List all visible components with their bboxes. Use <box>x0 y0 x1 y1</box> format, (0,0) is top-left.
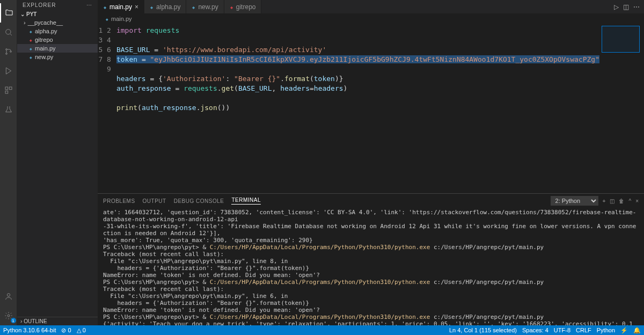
split-icon[interactable]: ◫ <box>623 3 629 11</box>
tab-label: alpha.py <box>156 3 180 11</box>
python-file-icon: ⬥ <box>29 54 33 60</box>
tab-label: new.py <box>198 3 218 11</box>
file-label: alpha.py <box>35 28 57 34</box>
eol-status[interactable]: CRLF <box>576 327 591 333</box>
code-area[interactable]: import requests BASE_URL = 'https://www.… <box>116 24 599 193</box>
run-icon[interactable]: ▷ <box>614 3 619 11</box>
panel-tabs: PROBLEMS OUTPUT DEBUG CONSOLE TERMINAL 2… <box>98 194 644 208</box>
cursor-position[interactable]: Ln 4, Col 1 (115 selected) <box>449 327 517 333</box>
python-file-icon: ⬥ <box>103 3 107 11</box>
accounts-icon[interactable] <box>0 287 17 306</box>
python-file-icon: ⬥ <box>29 45 33 52</box>
breadcrumb-text: main.py <box>111 16 132 22</box>
svg-point-1 <box>5 49 7 50</box>
extensions-icon[interactable] <box>0 81 17 100</box>
git-file-icon: ⬥ <box>230 3 233 11</box>
panel-tab-output[interactable]: OUTPUT <box>143 198 166 204</box>
indent-status[interactable]: Spaces: 4 <box>522 327 548 333</box>
git-file-icon: ⬥ <box>29 37 33 43</box>
project-name: PYT <box>26 11 36 17</box>
editor[interactable]: 1 2 3 4 5 6 7 8 9 import requests BASE_U… <box>98 24 644 193</box>
minimap[interactable] <box>599 24 644 193</box>
debug-icon[interactable] <box>0 61 17 81</box>
svg-point-2 <box>5 53 7 55</box>
status-errors[interactable]: ⊘ 0 <box>61 327 71 334</box>
source-control-icon[interactable] <box>0 42 17 61</box>
sidebar-title-text: EXPLORER <box>23 2 56 8</box>
folder-label: __pycache__ <box>28 19 63 26</box>
chevron-right-icon: › <box>24 19 26 26</box>
tab-gitrepo[interactable]: ⬥ gitrepo <box>224 0 262 13</box>
breadcrumb[interactable]: ⬥ main.py <box>98 14 644 24</box>
tab-main[interactable]: ⬥ main.py × <box>98 0 144 13</box>
panel-tab-problems[interactable]: PROBLEMS <box>103 198 135 204</box>
terminal-output[interactable]: ate': 1664032712, 'question_id': 7383805… <box>98 208 644 325</box>
svg-rect-6 <box>5 91 8 93</box>
python-interpreter[interactable]: Python 3.10.6 64-bit <box>3 327 56 333</box>
svg-point-0 <box>5 30 10 34</box>
panel-tab-debug[interactable]: DEBUG CONSOLE <box>174 198 224 204</box>
outline-label: OUTLINE <box>24 318 47 324</box>
language-status[interactable]: Python <box>597 327 615 333</box>
sidebar-title: EXPLORER ⋯ <box>17 0 98 10</box>
file-label: new.py <box>35 54 53 60</box>
python-file-icon: ⬥ <box>192 3 195 11</box>
python-file-icon: ⬥ <box>105 16 109 22</box>
project-section[interactable]: ⌄ PYT <box>17 10 98 18</box>
svg-rect-5 <box>9 87 12 90</box>
close-panel-icon[interactable]: × <box>635 198 639 204</box>
gear-icon[interactable] <box>0 306 17 325</box>
new-terminal-icon[interactable]: + <box>603 198 606 204</box>
notifications-icon[interactable]: 🔔 <box>633 327 641 334</box>
chevron-down-icon: ⌄ <box>20 11 25 17</box>
outline-section[interactable]: › OUTLINE <box>17 317 98 325</box>
split-terminal-icon[interactable]: ◫ <box>610 198 614 204</box>
svg-point-7 <box>7 294 10 296</box>
python-file-icon: ⬥ <box>29 28 33 34</box>
status-bar: Python 3.10.6 64-bit ⊘ 0 △ 0 Ln 4, Col 1… <box>0 325 644 335</box>
terminal-panel: PROBLEMS OUTPUT DEBUG CONSOLE TERMINAL 2… <box>98 193 644 325</box>
svg-point-8 <box>8 315 10 317</box>
panel-tab-terminal[interactable]: TERMINAL <box>231 197 261 205</box>
line-gutter: 1 2 3 4 5 6 7 8 9 <box>98 24 116 193</box>
python-file-icon: ⬥ <box>150 3 153 11</box>
editor-tabs: ⬥ main.py × ⬥ alpha.py ⬥ new.py ⬥ gitrep… <box>98 0 644 14</box>
svg-rect-4 <box>5 87 8 90</box>
svg-point-3 <box>10 51 11 53</box>
feedback-icon[interactable]: ⚡ <box>620 327 628 334</box>
chevron-right-icon: › <box>20 318 22 324</box>
tab-label: main.py <box>109 3 132 11</box>
file-main[interactable]: ⬥ main.py <box>17 44 98 53</box>
file-gitrepo[interactable]: ⬥ gitrepo <box>17 35 98 44</box>
kill-terminal-icon[interactable]: 🗑 <box>619 198 624 204</box>
file-label: gitrepo <box>35 37 53 43</box>
more-icon[interactable]: ⋯ <box>633 3 640 11</box>
terminal-shell-select[interactable]: 2: Python <box>551 196 598 206</box>
explorer-icon[interactable] <box>0 3 17 23</box>
encoding-status[interactable]: UTF-8 <box>554 327 570 333</box>
more-icon[interactable]: ⋯ <box>86 2 92 8</box>
tab-label: gitrepo <box>236 3 256 11</box>
status-warnings[interactable]: △ 0 <box>77 327 86 334</box>
folder-pycache[interactable]: › __pycache__ <box>17 18 98 27</box>
file-alpha[interactable]: ⬥ alpha.py <box>17 27 98 35</box>
close-icon[interactable]: × <box>135 3 138 11</box>
file-new[interactable]: ⬥ new.py <box>17 53 98 61</box>
activity-bar <box>0 0 17 325</box>
tab-new[interactable]: ⬥ new.py <box>186 0 224 13</box>
search-icon[interactable] <box>0 23 17 42</box>
test-icon[interactable] <box>0 100 17 119</box>
tab-alpha[interactable]: ⬥ alpha.py <box>144 0 186 13</box>
sidebar: EXPLORER ⋯ ⌄ PYT › __pycache__ ⬥ alpha.p… <box>17 0 98 325</box>
maximize-icon[interactable]: ^ <box>628 198 631 204</box>
file-label: main.py <box>35 45 56 52</box>
